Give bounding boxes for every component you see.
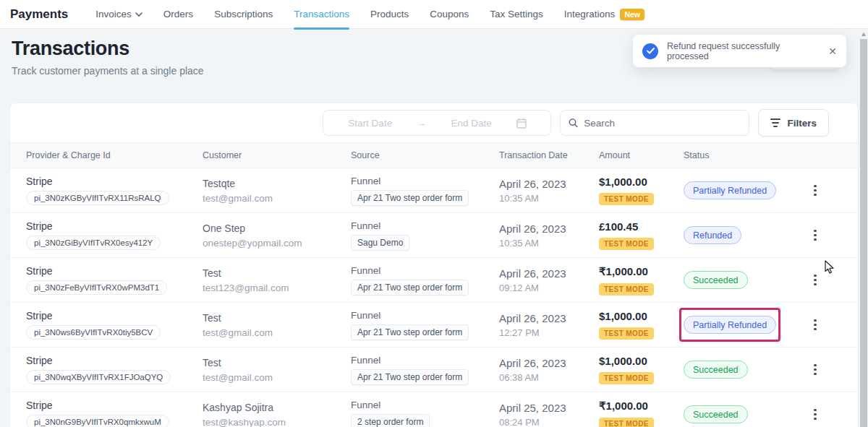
test-mode-badge: TEST MODE bbox=[599, 193, 654, 205]
source-pill: Apr 21 Two step order form bbox=[351, 280, 469, 296]
nav-item-transactions[interactable]: Transactions bbox=[294, 0, 349, 29]
provider: Stripe bbox=[26, 310, 203, 322]
customer-email: onestep@yopmail.com bbox=[203, 238, 351, 249]
customer-name: Testqte bbox=[203, 178, 351, 189]
col-customer: Customer bbox=[203, 150, 351, 160]
test-mode-badge: TEST MODE bbox=[599, 418, 654, 427]
transaction-date: April 26, 2023 bbox=[499, 267, 599, 280]
charge-id-pill: pi_3N0wqXByVIfITvRX1FJOaQYQ bbox=[26, 370, 171, 384]
charge-id-pill: pi_3N0zFeByVIfITvRX0wPM3dT1 bbox=[26, 280, 167, 295]
table-row: Stripepi_3N0wqXByVIfITvRX1FJOaQYQ Testte… bbox=[10, 348, 858, 392]
source-type: Funnel bbox=[351, 355, 499, 366]
chevron-down-icon bbox=[135, 12, 142, 17]
nav-item-invoices[interactable]: Invoices bbox=[95, 0, 142, 29]
end-date-placeholder[interactable]: End Date bbox=[451, 118, 491, 129]
provider: Stripe bbox=[26, 176, 203, 187]
table-row: Stripepi_3N0nG9ByVIfITvRX0qmkxwuM Kashya… bbox=[10, 392, 858, 427]
provider: Stripe bbox=[26, 400, 203, 411]
status-badge: Refunded bbox=[684, 226, 741, 244]
amount: ₹1,000.00 bbox=[599, 265, 684, 278]
transaction-time: 09:12 AM bbox=[499, 282, 599, 293]
scrollbar[interactable] bbox=[859, 29, 868, 427]
charge-id-pill: pi_3N0nG9ByVIfITvRX0qmkxwuM bbox=[26, 415, 169, 427]
close-icon[interactable]: ✕ bbox=[828, 46, 837, 57]
test-mode-badge: TEST MODE bbox=[599, 327, 654, 340]
status-badge: Succeeded bbox=[684, 271, 748, 289]
customer-email: test@gmail.com bbox=[203, 327, 351, 338]
source-type: Funnel bbox=[351, 400, 499, 410]
table-header: Provider & Charge Id Customer Source Tra… bbox=[10, 142, 858, 168]
search-input[interactable] bbox=[584, 118, 741, 129]
col-date: Transaction Date bbox=[499, 150, 599, 160]
filters-button[interactable]: Filters bbox=[758, 109, 829, 137]
amount: $1,000.00 bbox=[599, 176, 684, 188]
test-mode-badge: TEST MODE bbox=[599, 372, 654, 384]
nav-item-orders[interactable]: Orders bbox=[163, 0, 193, 29]
test-mode-badge: TEST MODE bbox=[599, 238, 654, 250]
search-icon bbox=[569, 118, 578, 128]
customer-email: test@gmail.com bbox=[203, 372, 351, 383]
table-row: Stripepi_3N0zGiByVIfITvRX0esy412Y One St… bbox=[10, 213, 858, 258]
source-type: Funnel bbox=[351, 220, 499, 231]
provider: Stripe bbox=[26, 265, 203, 277]
scrollbar-thumb[interactable] bbox=[860, 39, 867, 427]
arrow-right-icon: → bbox=[417, 118, 427, 129]
source-type: Funnel bbox=[351, 176, 499, 186]
nav-item-subscriptions[interactable]: Subscriptions bbox=[214, 0, 273, 29]
amount: ₹1,000.00 bbox=[599, 400, 684, 413]
start-date-placeholder[interactable]: Start Date bbox=[348, 118, 392, 129]
charge-id-pill: pi_3N0zKGByVIfITvRX11RsRALQ bbox=[26, 191, 169, 205]
date-range-picker[interactable]: Start Date → End Date bbox=[323, 110, 551, 136]
transaction-date: April 26, 2023 bbox=[499, 312, 599, 324]
charge-id-pill: pi_3N0zGiByVIfITvRX0esy412Y bbox=[26, 236, 161, 250]
source-type: Funnel bbox=[351, 310, 499, 321]
search-box[interactable] bbox=[560, 110, 749, 136]
table-row: Stripepi_3N0ws6ByVIfITvRX0tiy5BCV Testte… bbox=[10, 303, 858, 348]
toast-message: Refund request successfully processed bbox=[667, 41, 820, 61]
page-subtitle: Track customer payments at a single plac… bbox=[12, 65, 204, 77]
status-badge: Partially Refunded bbox=[684, 316, 776, 334]
source-pill: 2 step order form bbox=[351, 414, 430, 427]
transaction-date: April 26, 2023 bbox=[499, 357, 599, 369]
customer-name: Test bbox=[203, 357, 351, 368]
nav-item-coupons[interactable]: Coupons bbox=[430, 0, 469, 29]
transaction-time: 06:38 AM bbox=[499, 372, 599, 383]
toast-notification: Refund request successfully processed ✕ bbox=[633, 35, 846, 67]
status-badge: Partially Refunded bbox=[684, 181, 776, 199]
col-amount: Amount bbox=[599, 150, 684, 160]
transaction-date: April 26, 2023 bbox=[499, 178, 599, 190]
row-actions-menu[interactable] bbox=[808, 319, 822, 331]
scroll-up-arrow-icon[interactable] bbox=[859, 30, 868, 38]
provider: Stripe bbox=[26, 355, 203, 366]
source-pill: Sagu Demo bbox=[351, 235, 409, 251]
transaction-time: 12:27 PM bbox=[499, 327, 599, 338]
row-actions-menu[interactable] bbox=[808, 409, 822, 420]
customer-name: Test bbox=[203, 267, 351, 279]
calendar-icon bbox=[516, 118, 527, 129]
top-navbar: Payments Invoices Orders Subscriptions T… bbox=[0, 0, 868, 29]
nav-item-integrations[interactable]: Integrations New bbox=[564, 0, 644, 29]
nav-item-products[interactable]: Products bbox=[370, 0, 409, 29]
source-pill: Apr 21 Two step order form bbox=[351, 324, 469, 340]
row-actions-menu[interactable] bbox=[808, 185, 822, 197]
transactions-card: Start Date → End Date Filters Provider &… bbox=[10, 103, 858, 427]
table-row: Stripepi_3N0zKGByVIfITvRX11RsRALQ Testqt… bbox=[10, 168, 858, 213]
filter-row: Start Date → End Date Filters bbox=[10, 103, 858, 142]
customer-email: test123@gmail.com bbox=[203, 282, 351, 293]
row-actions-menu[interactable] bbox=[808, 364, 822, 376]
red-highlight-annotation: Partially Refunded bbox=[679, 308, 780, 342]
charge-id-pill: pi_3N0ws6ByVIfITvRX0tiy5BCV bbox=[26, 325, 161, 340]
transaction-date: April 26, 2023 bbox=[499, 223, 599, 235]
row-actions-menu[interactable] bbox=[808, 230, 822, 241]
status-badge: Succeeded bbox=[684, 361, 748, 379]
customer-name: Kashyap Sojitra bbox=[203, 402, 351, 413]
status-badge: Succeeded bbox=[684, 405, 748, 423]
col-status: Status bbox=[684, 150, 808, 160]
nav-item-tax-settings[interactable]: Tax Settings bbox=[490, 0, 543, 29]
source-pill: Apr 21 Two step order form bbox=[351, 369, 469, 385]
row-actions-menu[interactable] bbox=[808, 275, 822, 286]
success-check-icon bbox=[642, 43, 658, 59]
source-type: Funnel bbox=[351, 265, 499, 276]
amount: £100.45 bbox=[599, 220, 684, 233]
filter-icon bbox=[770, 118, 780, 127]
